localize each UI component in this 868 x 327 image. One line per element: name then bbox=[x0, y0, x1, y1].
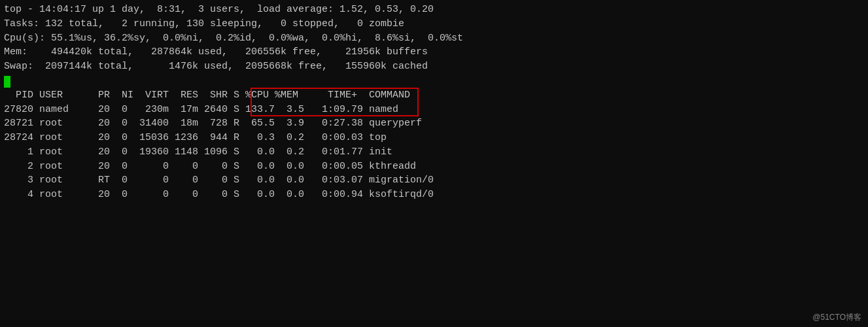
table-row: 4 root 20 0 0 0 0 S 0.0 0.0 0:00.94 ksof… bbox=[4, 188, 864, 202]
header-section: top - 14:04:17 up 1 day, 8:31, 3 users, … bbox=[4, 3, 864, 88]
cursor-block bbox=[4, 76, 10, 88]
table-header-text: PID USER PR NI VIRT RES SHR S %CPU %MEM … bbox=[4, 88, 410, 103]
table-row: 2 root 20 0 0 0 0 S 0.0 0.0 0:00.05 kthr… bbox=[4, 160, 864, 174]
table-row: 28724 root 20 0 15036 1236 944 R 0.3 0.2… bbox=[4, 131, 864, 145]
table-row: 28721 root 20 0 31400 18m 728 R 65.5 3.9… bbox=[4, 116, 864, 131]
process-table: PID USER PR NI VIRT RES SHR S %CPU %MEM … bbox=[4, 88, 864, 202]
table-row: 1 root 20 0 19360 1148 1096 S 0.0 0.2 0:… bbox=[4, 145, 864, 160]
watermark: @51CTO博客 bbox=[812, 312, 861, 323]
header-line-3: Mem: 494420k total, 287864k used, 206556… bbox=[4, 45, 864, 60]
table-row: 3 root RT 0 0 0 0 S 0.0 0.0 0:03.07 migr… bbox=[4, 173, 864, 188]
header-line-0: top - 14:04:17 up 1 day, 8:31, 3 users, … bbox=[4, 3, 864, 17]
terminal-window: top - 14:04:17 up 1 day, 8:31, 3 users, … bbox=[0, 0, 868, 327]
header-line-2: Cpu(s): 55.1%us, 36.2%sy, 0.0%ni, 0.2%id… bbox=[4, 31, 864, 46]
table-header-row: PID USER PR NI VIRT RES SHR S %CPU %MEM … bbox=[4, 88, 864, 103]
header-line-1: Tasks: 132 total, 2 running, 130 sleepin… bbox=[4, 17, 864, 31]
table-row: 27820 named 20 0 230m 17m 2640 S 133.7 3… bbox=[4, 103, 864, 117]
header-line-4: Swap: 2097144k total, 1476k used, 209566… bbox=[4, 60, 864, 74]
cursor-line bbox=[4, 74, 864, 88]
